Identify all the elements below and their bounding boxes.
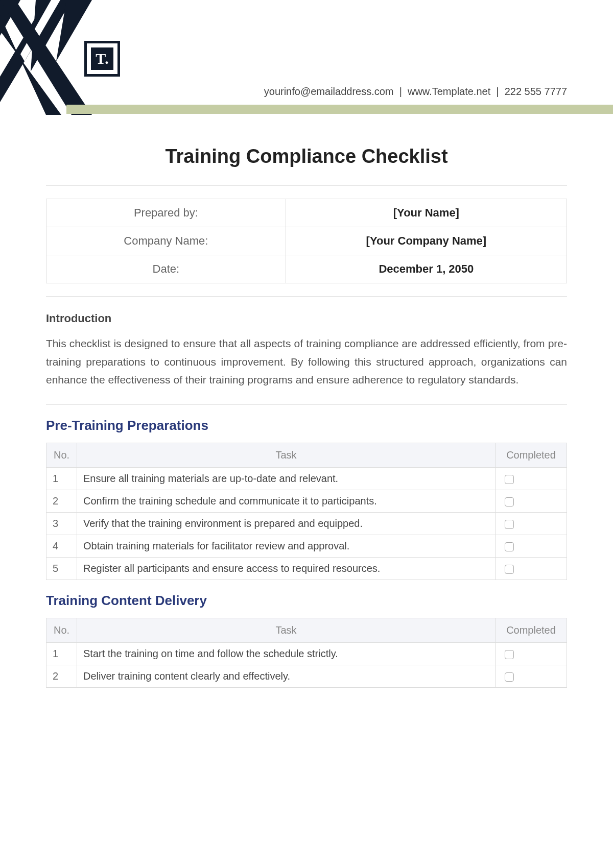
brand-logo: T.	[84, 41, 120, 77]
table-row: Date: December 1, 2050	[46, 255, 567, 283]
meta-value: [Your Company Name]	[286, 227, 567, 255]
document-page: T. yourinfo@emailaddress.com | www.Templ…	[0, 0, 613, 868]
header-accent-bar	[66, 105, 613, 114]
task-table-pretraining: No. Task Completed 1 Ensure all training…	[46, 443, 567, 580]
table-row: 4 Obtain training materials for facilita…	[46, 535, 567, 558]
col-task: Task	[77, 618, 496, 643]
task-text: Obtain training materials for facilitato…	[77, 535, 496, 558]
table-header-row: No. Task Completed	[46, 443, 567, 468]
task-text: Ensure all training materials are up-to-…	[77, 468, 496, 490]
task-checkbox[interactable]	[505, 497, 514, 507]
table-header-row: No. Task Completed	[46, 618, 567, 643]
table-row: 1 Start the training on time and follow …	[46, 643, 567, 665]
task-no: 4	[46, 535, 77, 558]
brand-logo-text: T.	[91, 47, 113, 70]
metadata-table: Prepared by: [Your Name] Company Name: […	[46, 199, 567, 283]
meta-label: Prepared by:	[46, 199, 286, 227]
table-row: 3 Verify that the training environment i…	[46, 513, 567, 535]
contact-line: yourinfo@emailaddress.com | www.Template…	[264, 86, 567, 98]
meta-value: [Your Name]	[286, 199, 567, 227]
section-heading-delivery: Training Content Delivery	[46, 593, 567, 609]
letterhead-header: T. yourinfo@emailaddress.com | www.Templ…	[0, 0, 613, 115]
col-completed: Completed	[496, 618, 567, 643]
table-row: 2 Deliver training content clearly and e…	[46, 665, 567, 688]
col-no: No.	[46, 443, 77, 468]
task-checkbox[interactable]	[505, 650, 514, 659]
document-content: Training Compliance Checklist Prepared b…	[0, 115, 613, 688]
table-row: 5 Register all participants and ensure a…	[46, 558, 567, 580]
task-text: Start the training on time and follow th…	[77, 643, 496, 665]
task-no: 1	[46, 468, 77, 490]
task-checkbox[interactable]	[505, 565, 514, 574]
task-no: 2	[46, 665, 77, 688]
page-title: Training Compliance Checklist	[46, 146, 567, 167]
task-table-delivery: No. Task Completed 1 Start the training …	[46, 618, 567, 688]
section-heading-pretraining: Pre-Training Preparations	[46, 418, 567, 433]
task-text: Register all participants and ensure acc…	[77, 558, 496, 580]
introduction-heading: Introduction	[46, 312, 567, 325]
task-checkbox[interactable]	[505, 672, 514, 682]
task-no: 2	[46, 490, 77, 513]
task-text: Confirm the training schedule and commun…	[77, 490, 496, 513]
task-checkbox[interactable]	[505, 475, 514, 484]
meta-label: Company Name:	[46, 227, 286, 255]
task-no: 5	[46, 558, 77, 580]
col-completed: Completed	[496, 443, 567, 468]
introduction-text: This checklist is designed to ensure tha…	[46, 334, 567, 389]
meta-label: Date:	[46, 255, 286, 283]
divider	[46, 404, 567, 405]
meta-value: December 1, 2050	[286, 255, 567, 283]
contact-website: www.Template.net	[408, 86, 490, 97]
table-row: Prepared by: [Your Name]	[46, 199, 567, 227]
table-row: 1 Ensure all training materials are up-t…	[46, 468, 567, 490]
task-no: 3	[46, 513, 77, 535]
divider	[46, 185, 567, 186]
task-no: 1	[46, 643, 77, 665]
contact-email: yourinfo@emailaddress.com	[264, 86, 394, 97]
task-checkbox[interactable]	[505, 542, 514, 551]
task-text: Verify that the training environment is …	[77, 513, 496, 535]
col-no: No.	[46, 618, 77, 643]
divider	[46, 296, 567, 297]
col-task: Task	[77, 443, 496, 468]
task-checkbox[interactable]	[505, 520, 514, 529]
task-text: Deliver training content clearly and eff…	[77, 665, 496, 688]
contact-phone: 222 555 7777	[505, 86, 567, 97]
table-row: 2 Confirm the training schedule and comm…	[46, 490, 567, 513]
table-row: Company Name: [Your Company Name]	[46, 227, 567, 255]
